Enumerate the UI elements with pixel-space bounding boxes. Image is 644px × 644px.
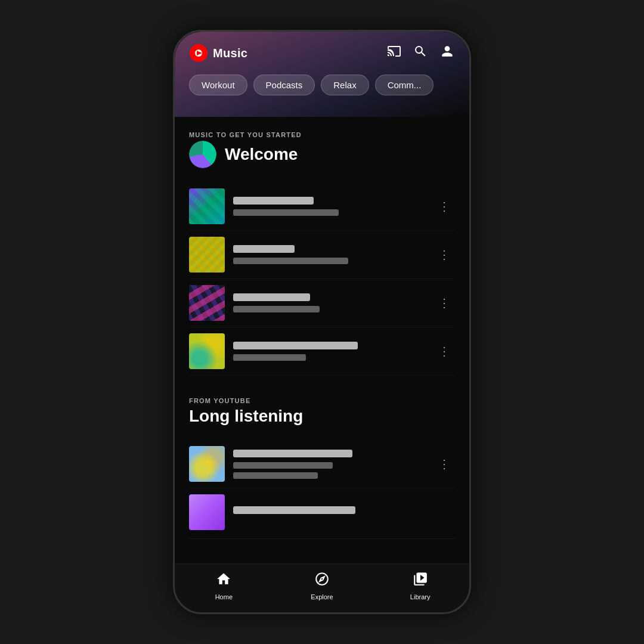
track-title-bar xyxy=(233,293,310,301)
category-chip-relax[interactable]: Relax xyxy=(321,75,369,95)
track-info xyxy=(233,450,425,479)
nav-library[interactable]: Library xyxy=(400,571,441,600)
track-info xyxy=(233,342,425,361)
track-info xyxy=(233,245,425,264)
category-chip-podcasts[interactable]: Podcasts xyxy=(253,75,315,95)
track-more-button[interactable]: ⋮ xyxy=(434,197,455,216)
track-more-button[interactable]: ⋮ xyxy=(434,342,455,361)
section-title-long-listening: Long listening xyxy=(189,407,455,426)
track-item[interactable]: ⋮ xyxy=(189,182,455,231)
welcome-track-list: ⋮ ⋮ ⋮ xyxy=(175,182,469,376)
header-background: Music xyxy=(175,32,469,117)
welcome-avatar-circle xyxy=(189,141,216,168)
category-chip-community[interactable]: Comm... xyxy=(375,75,434,95)
track-item[interactable]: ⋮ xyxy=(189,231,455,279)
welcome-title-text: Welcome xyxy=(225,145,298,164)
app-screen: Music xyxy=(175,32,469,612)
track-item[interactable] xyxy=(189,488,455,539)
track-title-bar xyxy=(233,245,295,253)
track-artist-bar xyxy=(233,209,339,216)
app-name: Music xyxy=(213,47,247,60)
track-artist-bar xyxy=(233,462,333,469)
track-thumbnail xyxy=(189,446,225,482)
long-listening-track-list: ⋮ xyxy=(175,440,469,539)
cast-icon[interactable] xyxy=(387,45,401,61)
track-info xyxy=(233,197,425,216)
section-eyebrow-long-listening: FROM YOUTUBE xyxy=(189,397,455,404)
section-eyebrow-welcome: MUSIC TO GET YOU STARTED xyxy=(189,131,455,138)
track-title-bar xyxy=(233,197,314,205)
nav-explore[interactable]: Explore xyxy=(301,571,343,600)
track-thumbnail xyxy=(189,494,225,530)
track-thumbnail xyxy=(189,237,225,273)
home-icon xyxy=(216,571,231,590)
category-filter-row: Workout Podcasts Relax Comm... xyxy=(175,70,469,105)
welcome-avatar xyxy=(189,141,216,168)
track-artist-bar xyxy=(233,354,306,361)
track-artist-bar xyxy=(233,306,320,312)
track-title-bar xyxy=(233,342,358,349)
nav-home[interactable]: Home xyxy=(203,571,244,600)
category-chip-workout[interactable]: Workout xyxy=(189,75,247,95)
welcome-section: MUSIC TO GET YOU STARTED Welcome xyxy=(175,117,469,182)
track-thumbnail xyxy=(189,188,225,224)
track-thumbnail xyxy=(189,333,225,369)
track-thumbnail xyxy=(189,285,225,321)
section-title-welcome: Welcome xyxy=(189,141,455,168)
track-info xyxy=(233,293,425,312)
nav-home-label: Home xyxy=(215,593,233,600)
track-title-bar xyxy=(233,450,352,457)
track-artist-bar-2 xyxy=(233,472,318,479)
main-content: MUSIC TO GET YOU STARTED Welcome ⋮ xyxy=(175,117,469,564)
account-icon[interactable] xyxy=(439,44,455,63)
track-more-button[interactable]: ⋮ xyxy=(434,245,455,264)
track-item[interactable]: ⋮ xyxy=(189,440,455,488)
long-listening-section: FROM YOUTUBE Long listening xyxy=(175,383,469,440)
track-item[interactable]: ⋮ xyxy=(189,327,455,376)
header-actions xyxy=(387,44,455,63)
track-more-button[interactable]: ⋮ xyxy=(434,293,455,312)
top-bar: Music xyxy=(175,32,469,70)
explore-icon xyxy=(314,571,330,590)
nav-library-label: Library xyxy=(410,593,431,600)
search-icon[interactable] xyxy=(413,44,428,62)
bottom-navigation: Home Explore Library xyxy=(175,564,469,612)
youtube-music-icon xyxy=(189,44,208,63)
track-more-button[interactable]: ⋮ xyxy=(434,454,455,473)
track-info xyxy=(233,506,455,519)
long-listening-title-text: Long listening xyxy=(189,407,303,426)
nav-explore-label: Explore xyxy=(311,593,333,600)
phone-device: Music xyxy=(173,30,471,614)
track-item[interactable]: ⋮ xyxy=(189,279,455,327)
library-icon xyxy=(413,571,428,590)
track-title-bar xyxy=(233,506,355,514)
app-logo: Music xyxy=(189,44,247,63)
track-artist-bar xyxy=(233,258,348,264)
